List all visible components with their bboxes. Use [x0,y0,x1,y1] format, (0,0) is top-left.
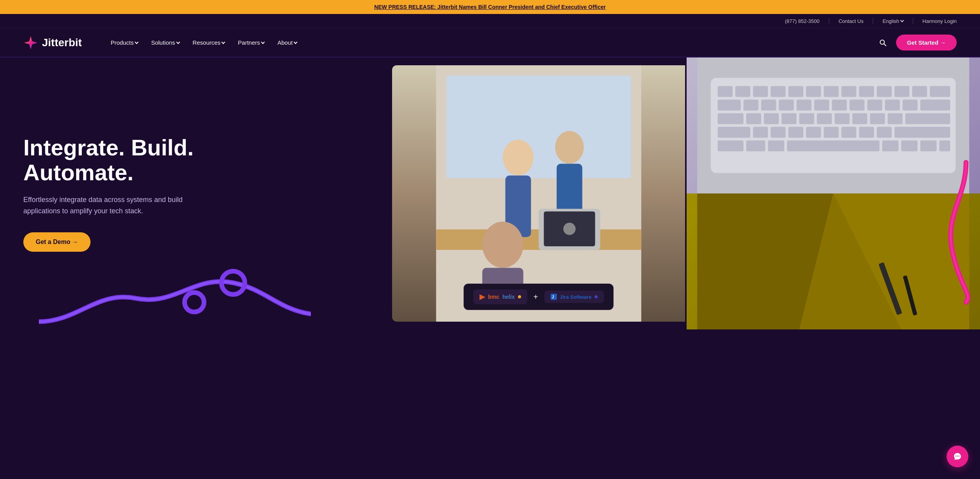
svg-rect-48 [782,113,797,124]
hero-images-area: ▶ bmc helix + J Jira Software [392,57,980,329]
bmc-label: bmc [488,294,499,300]
search-button[interactable] [876,36,890,50]
svg-rect-46 [746,113,762,124]
svg-text:J: J [551,295,554,299]
nav-item-solutions[interactable]: Solutions [146,36,185,49]
top-bar: (877) 852-3500 Contact Us English Harmon… [0,14,980,28]
solutions-chevron-icon [176,40,180,44]
logo-link[interactable]: Jitterbit [23,35,82,50]
solutions-label: Solutions [151,39,175,46]
svg-line-1 [884,44,886,46]
svg-rect-37 [797,100,812,111]
banner-link[interactable]: NEW PRESS RELEASE: Jitterbit Names Bill … [374,4,606,10]
get-started-button[interactable]: Get Started → [896,35,957,51]
svg-rect-22 [753,86,768,97]
svg-rect-56 [718,127,750,138]
language-label: English [882,18,899,24]
purple-cable-decoration [39,252,311,329]
divider-3 [913,18,913,24]
banner-text: Jitterbit Names Bill Conner President an… [436,4,606,10]
svg-rect-69 [787,141,880,152]
svg-rect-42 [885,100,900,111]
svg-point-7 [503,139,534,175]
svg-rect-41 [867,100,882,111]
language-selector[interactable]: English [882,18,903,24]
office-photo: ▶ bmc helix + J Jira Software [392,65,685,322]
divider-2 [873,18,873,24]
nav-item-about[interactable]: About [272,36,302,49]
announcement-banner: NEW PRESS RELEASE: Jitterbit Names Bill … [0,0,980,14]
bmc-status-dot [518,295,521,298]
svg-point-11 [482,222,523,268]
jira-status-dot [595,295,598,298]
svg-rect-58 [771,127,786,138]
about-chevron-icon [294,40,298,44]
banner-prefix: NEW PRESS RELEASE: [374,4,436,10]
svg-rect-45 [718,113,744,124]
jira-label: Jira Software [560,294,591,300]
partners-label: Partners [238,39,260,46]
office-illustration [392,65,685,322]
svg-rect-29 [877,86,892,97]
nav-right: Get Started → [876,35,957,51]
svg-rect-27 [842,86,857,97]
svg-point-3 [185,293,204,312]
svg-rect-44 [921,100,950,111]
resources-label: Resources [193,39,221,46]
about-label: About [277,39,293,46]
products-label: Products [111,39,134,46]
svg-rect-25 [806,86,821,97]
svg-rect-34 [744,100,759,111]
svg-rect-33 [718,100,741,111]
resources-chevron-icon [221,40,225,44]
svg-rect-24 [788,86,804,97]
svg-rect-43 [903,100,918,111]
nav-item-partners[interactable]: Partners [232,36,270,49]
svg-rect-39 [832,100,847,111]
jira-icon: J [550,294,556,300]
svg-rect-21 [736,86,751,97]
svg-rect-63 [859,127,874,138]
svg-rect-28 [859,86,874,97]
plus-sign: + [534,293,538,301]
bmc-helix-logo: ▶ bmc helix [473,289,527,304]
phone-number: (877) 852-3500 [785,18,820,24]
svg-rect-35 [761,100,776,111]
svg-rect-49 [799,113,814,124]
jira-logo: J Jira Software [544,291,604,303]
svg-rect-66 [718,141,744,152]
harmony-login-link[interactable]: Harmony Login [922,18,957,24]
svg-rect-47 [764,113,779,124]
svg-rect-30 [895,86,910,97]
products-chevron-icon [134,40,138,44]
svg-rect-38 [814,100,830,111]
svg-rect-54 [888,113,903,124]
svg-rect-32 [930,86,950,97]
jitterbit-logo-icon [23,35,38,50]
svg-rect-64 [877,127,892,138]
svg-rect-67 [746,141,766,152]
svg-rect-31 [912,86,928,97]
svg-point-9 [555,131,584,164]
nav-item-resources[interactable]: Resources [187,36,230,49]
svg-rect-5 [446,75,631,178]
contact-us-link[interactable]: Contact Us [839,18,863,24]
svg-rect-70 [882,141,899,152]
svg-rect-62 [842,127,857,138]
get-demo-button[interactable]: Get a Demo → [23,232,91,252]
svg-rect-61 [824,127,839,138]
svg-rect-40 [850,100,865,111]
svg-rect-52 [853,113,868,124]
partners-chevron-icon [261,40,265,44]
nav-item-products[interactable]: Products [105,36,143,49]
hero-section: Integrate. Build.Automate. Effortlessly … [0,57,980,329]
hero-subtitle: Effortlessly integrate data across syste… [23,194,187,217]
search-icon [879,39,887,47]
hero-content: Integrate. Build.Automate. Effortlessly … [23,135,194,251]
svg-rect-55 [905,113,950,124]
svg-rect-59 [788,127,804,138]
svg-rect-53 [870,113,885,124]
integration-connector-bar: ▶ bmc helix + J Jira Software [464,284,614,310]
svg-rect-26 [824,86,839,97]
svg-rect-51 [835,113,850,124]
